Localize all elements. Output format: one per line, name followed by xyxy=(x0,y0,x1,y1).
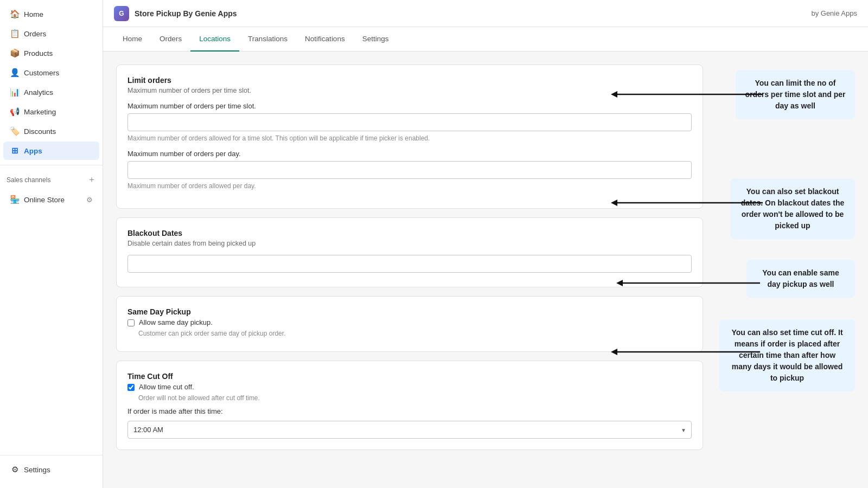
arrow-time-cutoff xyxy=(605,344,765,360)
same-day-checkbox[interactable] xyxy=(127,319,135,326)
arrow-limit-orders xyxy=(605,86,768,102)
online-store-settings-icon[interactable]: ⚙ xyxy=(86,196,93,204)
topbar-left: G Store Pickup By Genie Apps xyxy=(114,6,237,21)
per-day-hint: Maximum number of orders allowed per day… xyxy=(127,182,692,190)
customers-icon: 👤 xyxy=(10,68,20,78)
per-timeslot-input[interactable] xyxy=(127,113,692,131)
annotation-4-container: You can also set time cut off. It means … xyxy=(714,319,855,401)
tab-notifications[interactable]: Notifications xyxy=(296,27,354,52)
if-order-label: If order is made after this time: xyxy=(127,407,692,415)
blackout-dates-title: Blackout Dates xyxy=(127,229,692,237)
sidebar-item-marketing[interactable]: 📢 Marketing xyxy=(3,102,99,121)
time-cutoff-checkbox-label: Allow time cut off. xyxy=(139,383,194,391)
sidebar-item-home[interactable]: 🏠 Home xyxy=(3,5,99,23)
time-cutoff-select[interactable]: 12:00 AM 1:00 AM 2:00 AM 6:00 AM 8:00 AM… xyxy=(127,421,692,439)
sidebar: 🏠 Home 📋 Orders 📦 Products 👤 Customers 📊… xyxy=(0,0,103,488)
tab-translations[interactable]: Translations xyxy=(239,27,296,52)
orders-icon: 📋 xyxy=(10,29,20,38)
topbar: G Store Pickup By Genie Apps by Genie Ap… xyxy=(103,0,868,27)
sidebar-item-settings[interactable]: ⚙ Settings xyxy=(3,460,99,479)
annotation-1-container: You can limit the no of orders per time … xyxy=(714,65,855,173)
limit-orders-title: Limit orders xyxy=(127,76,692,85)
per-day-input[interactable] xyxy=(127,161,692,179)
same-day-pickup-title: Same Day Pickup xyxy=(127,307,692,316)
same-day-checkbox-hint: Customer can pick order same day of pick… xyxy=(127,330,692,337)
sidebar-item-apps[interactable]: ⊞ Apps xyxy=(3,142,99,160)
svg-marker-3 xyxy=(611,200,617,206)
per-timeslot-hint: Maximum number of orders allowed for a t… xyxy=(127,134,692,142)
arrow-same-day xyxy=(611,275,765,291)
online-store-icon: 🏪 xyxy=(10,195,20,204)
sidebar-item-analytics[interactable]: 📊 Analytics xyxy=(3,83,99,101)
sidebar-item-orders[interactable]: 📋 Orders xyxy=(3,24,99,43)
time-cutoff-checkbox[interactable] xyxy=(127,384,135,391)
discounts-icon: 🏷️ xyxy=(10,126,20,136)
tab-settings[interactable]: Settings xyxy=(354,27,398,52)
annotation-2-container: You can also set blackout dates. On blac… xyxy=(714,178,855,249)
sales-channels-header: Sales channels ＋ xyxy=(0,170,103,190)
content-area: Limit orders Maximum number of orders pe… xyxy=(103,52,868,488)
time-select-wrapper: 12:00 AM 1:00 AM 2:00 AM 6:00 AM 8:00 AM… xyxy=(127,418,692,439)
app-logo: G xyxy=(114,6,129,21)
sidebar-item-products[interactable]: 📦 Products xyxy=(3,44,99,62)
topbar-right: by Genie Apps xyxy=(811,9,857,17)
main-area: G Store Pickup By Genie Apps by Genie Ap… xyxy=(103,0,868,488)
apps-icon: ⊞ xyxy=(10,146,20,156)
blackout-dates-subtitle: Disable certain dates from being picked … xyxy=(127,240,692,247)
cards-column: Limit orders Maximum number of orders pe… xyxy=(116,65,703,475)
marketing-icon: 📢 xyxy=(10,107,20,117)
app-title: Store Pickup By Genie Apps xyxy=(135,9,237,18)
analytics-icon: 📊 xyxy=(10,87,20,97)
tab-locations[interactable]: Locations xyxy=(190,27,239,52)
home-icon: 🏠 xyxy=(10,9,20,19)
arrow-blackout-dates xyxy=(605,195,768,211)
svg-marker-1 xyxy=(611,91,617,98)
svg-marker-5 xyxy=(616,280,623,286)
svg-marker-7 xyxy=(611,349,617,355)
annotation-3-container: You can enable same day pickup as well xyxy=(714,260,855,314)
per-timeslot-label: Maximum number of orders per time slot. xyxy=(127,102,692,110)
tab-home[interactable]: Home xyxy=(114,27,151,52)
tab-nav: Home Orders Locations Translations Notif… xyxy=(103,27,868,52)
tab-orders[interactable]: Orders xyxy=(151,27,190,52)
time-cut-off-card: Time Cut Off Allow time cut off. Order w… xyxy=(116,361,703,450)
blackout-dates-input[interactable] xyxy=(127,255,692,273)
add-sales-channel-button[interactable]: ＋ xyxy=(87,174,96,185)
sidebar-item-online-store[interactable]: 🏪 Online Store ⚙ xyxy=(3,190,99,209)
settings-icon: ⚙ xyxy=(10,465,20,474)
sidebar-item-customers[interactable]: 👤 Customers xyxy=(3,63,99,82)
per-day-label: Maximum number of orders per day. xyxy=(127,150,692,158)
time-cutoff-checkbox-hint: Order will not be allowed after cut off … xyxy=(127,394,692,402)
annotations-column: You can limit the no of orders per time … xyxy=(714,65,855,475)
products-icon: 📦 xyxy=(10,48,20,58)
sidebar-item-discounts[interactable]: 🏷️ Discounts xyxy=(3,122,99,140)
same-day-checkbox-label: Allow same day pickup. xyxy=(139,318,213,326)
time-cut-off-title: Time Cut Off xyxy=(127,372,692,381)
